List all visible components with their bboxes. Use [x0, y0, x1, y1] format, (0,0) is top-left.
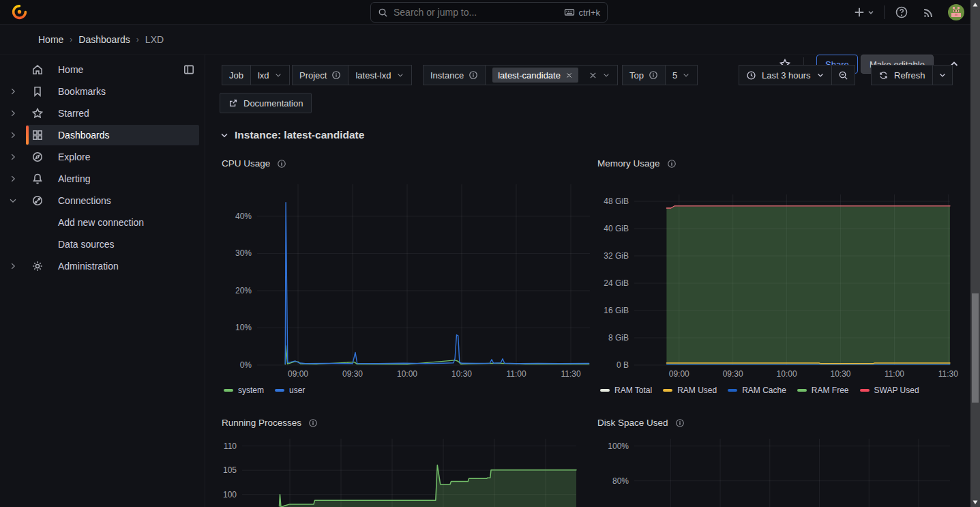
active-accent-bar [26, 126, 29, 145]
panel-title-running-processes[interactable]: Running Processes [222, 418, 318, 428]
remove-tag-close-icon[interactable] [565, 72, 573, 79]
cpu-usage-chart[interactable]: 09:0009:3010:0010:3011:0011:300%10%20%30… [218, 183, 592, 382]
filter-chevron-down-icon[interactable] [602, 71, 610, 79]
expand-chevron-right-icon[interactable] [8, 108, 18, 118]
breadcrumb-home[interactable]: Home [38, 34, 63, 45]
panel-title-cpu-usage[interactable]: CPU Usage [222, 158, 286, 169]
y-axis-tick-label: 100 [223, 490, 237, 499]
breadcrumb-current-page: LXD [145, 34, 164, 45]
x-axis-tick-label: 10:30 [451, 369, 472, 379]
expand-chevron-right-icon[interactable] [8, 87, 18, 96]
sidebar-item-administration[interactable]: Administration [0, 255, 205, 277]
sidebar-item-label: Dashboards [58, 130, 110, 141]
filter-chevron-down-icon[interactable] [274, 71, 282, 79]
breadcrumb-dashboards[interactable]: Dashboards [78, 34, 130, 45]
dock-sidebar-icon[interactable] [183, 63, 195, 76]
expand-chevron-down-icon[interactable] [8, 196, 18, 205]
panel-title-memory-usage[interactable]: Memory Usage [597, 158, 677, 169]
filter-tag-label: latest-candidate [498, 70, 561, 81]
y-axis-tick-label: 105 [223, 465, 237, 475]
scrollbar-up-arrow[interactable] [972, 2, 978, 8]
sidebar-item-data-sources[interactable]: Data sources [0, 233, 205, 255]
news-rss-button[interactable] [922, 5, 936, 19]
legend-item-user[interactable]: user [275, 386, 305, 395]
scrollbar-thumb[interactable] [972, 293, 979, 403]
expand-chevron-right-icon[interactable] [8, 152, 18, 162]
filter-chevron-down-icon[interactable] [396, 71, 404, 79]
sidebar-nav: HomeBookmarksStarredDashboardsExploreAle… [0, 55, 205, 507]
expand-chevron-right-icon[interactable] [8, 130, 18, 140]
filter-label-text: Job [229, 70, 243, 81]
refresh-button[interactable]: Refresh [871, 65, 933, 85]
sidebar-item-starred[interactable]: Starred [0, 102, 205, 124]
legend-swatch [797, 389, 807, 392]
zoom-out-button[interactable] [831, 65, 855, 85]
legend-label: RAM Free [812, 386, 849, 395]
disk-space-used-chart[interactable]: 80%100% [597, 437, 970, 507]
panel-title-disk-space-used[interactable]: Disk Space Used [597, 418, 685, 428]
sidebar-item-bookmarks[interactable]: Bookmarks [0, 81, 205, 102]
sidebar-item-add-new-connection[interactable]: Add new connection [0, 212, 205, 233]
sidebar-item-label: Add new connection [58, 217, 144, 228]
memory-usage-chart[interactable]: 09:0009:3010:0010:3011:0011:300 B8 GiB16… [597, 191, 970, 381]
legend-item-ram-free[interactable]: RAM Free [797, 386, 849, 395]
filter-job-value[interactable]: lxd [250, 65, 290, 85]
sidebar-item-home[interactable]: Home [0, 59, 205, 81]
legend-label: system [238, 386, 264, 395]
sidebar-item-dashboards[interactable]: Dashboards [0, 124, 205, 146]
documentation-button[interactable]: Documentation [220, 93, 312, 113]
refresh-interval-caret-button[interactable] [932, 65, 953, 85]
running-processes-chart[interactable]: 100105110 [218, 437, 592, 507]
page-scrollbar[interactable] [970, 0, 980, 507]
legend-item-system[interactable]: system [224, 386, 264, 395]
filter-instance-value[interactable]: latest-candidate [485, 65, 618, 85]
y-axis-tick-label: 24 GiB [604, 278, 629, 288]
filter-top: Top5 [622, 65, 698, 85]
legend-swatch [663, 389, 672, 392]
legend-label: RAM Cache [742, 386, 786, 395]
filter-tag-chip[interactable]: latest-candidate [492, 68, 578, 83]
expand-chevron-right-icon[interactable] [8, 174, 18, 184]
gear-icon [31, 260, 44, 272]
sidebar-item-connections[interactable]: Connections [0, 190, 205, 212]
user-avatar[interactable] [948, 4, 964, 20]
legend-item-ram-cache[interactable]: RAM Cache [728, 386, 786, 395]
grafana-logo-icon[interactable] [11, 3, 28, 20]
x-axis-tick-label: 09:00 [288, 369, 308, 379]
legend-item-ram-used[interactable]: RAM Used [663, 386, 717, 395]
legend-swatch [224, 389, 233, 392]
filter-top-value[interactable]: 5 [665, 65, 698, 85]
zoom-out-icon [838, 70, 848, 81]
help-button[interactable] [895, 5, 908, 19]
sidebar-item-label: Administration [58, 261, 119, 272]
x-axis-tick-label: 09:30 [723, 369, 743, 379]
info-icon[interactable] [277, 159, 286, 169]
scrollbar-down-arrow[interactable] [972, 499, 978, 505]
x-axis-tick-label: 11:30 [938, 369, 958, 379]
legend-swatch [860, 389, 870, 392]
add-new-caret-icon[interactable] [866, 8, 876, 17]
filter-value-text: lxd [258, 70, 269, 81]
filter-label-text: Top [629, 70, 644, 81]
filter-chevron-down-icon[interactable] [682, 71, 690, 79]
info-icon[interactable] [675, 418, 685, 428]
clear-filter-close-icon[interactable] [589, 71, 597, 80]
row-section-header[interactable]: Instance: latest-candidate [220, 129, 364, 141]
x-axis-tick-label: 10:30 [831, 369, 851, 379]
info-icon[interactable] [667, 159, 677, 169]
sidebar-item-alerting[interactable]: Alerting [0, 168, 205, 190]
legend-item-ram-total[interactable]: RAM Total [600, 386, 652, 395]
expand-chevron-right-icon[interactable] [8, 261, 18, 271]
search-input[interactable] [394, 7, 559, 18]
global-search[interactable]: ctrl+k [370, 2, 608, 23]
clock-icon [746, 70, 756, 81]
search-icon [378, 8, 388, 18]
keyboard-icon [564, 7, 575, 18]
sidebar-item-explore[interactable]: Explore [0, 146, 205, 168]
legend-item-swap-used[interactable]: SWAP Used [860, 386, 919, 395]
chevron-down-icon [816, 71, 825, 79]
add-new-button[interactable] [852, 5, 866, 19]
time-range-button[interactable]: Last 3 hours [739, 65, 832, 85]
info-icon[interactable] [308, 418, 318, 428]
filter-project-value[interactable]: latest-lxd [348, 65, 411, 85]
